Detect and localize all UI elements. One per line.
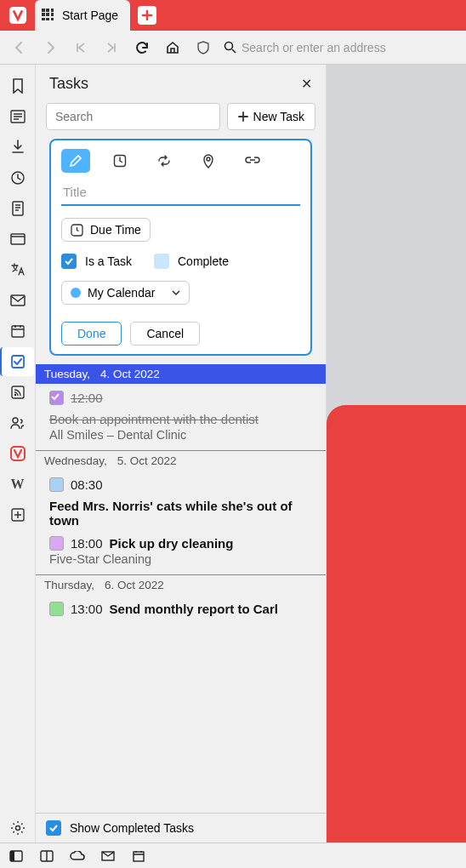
show-completed-checkbox[interactable]	[46, 820, 61, 836]
add-panel-icon[interactable]	[1, 500, 35, 529]
task-time: 12:00	[71, 391, 103, 405]
is-task-label: Is a Task	[85, 254, 132, 268]
location-tab[interactable]	[194, 149, 223, 173]
close-panel-button[interactable]: ✕	[301, 76, 312, 92]
task-checkbox[interactable]	[49, 391, 64, 405]
home-button[interactable]	[158, 33, 187, 62]
vivaldi-web-icon[interactable]	[1, 439, 35, 468]
due-time-label: Due Time	[90, 223, 141, 237]
date-header: Tuesday,4. Oct 2022	[36, 364, 326, 384]
forward-button[interactable]	[36, 33, 65, 62]
task-item[interactable]: 13:00Send monthly report to Carl	[36, 595, 326, 618]
svg-rect-9	[12, 386, 24, 398]
task-subtitle: Five-Star Cleaning	[49, 552, 315, 566]
calendar-status-icon[interactable]	[131, 848, 146, 864]
bookmarks-icon[interactable]	[1, 71, 35, 100]
tab-title: Start Page	[62, 9, 118, 22]
vivaldi-menu-button[interactable]	[0, 0, 35, 31]
task-time: 13:00	[71, 602, 103, 616]
toolbar	[0, 31, 466, 65]
svg-rect-6	[11, 295, 25, 306]
tab-bar: Start Page	[0, 0, 466, 31]
browser-tab[interactable]: Start Page	[35, 0, 130, 31]
task-item[interactable]: 12:00Book an appointment with the dentis…	[36, 384, 326, 443]
new-tab-button[interactable]	[138, 6, 156, 25]
svg-point-14	[15, 826, 20, 831]
translate-icon[interactable]	[1, 255, 35, 284]
address-bar[interactable]	[242, 41, 461, 54]
task-subtitle: All Smiles – Dental Clinic	[49, 428, 315, 442]
tasks-icon[interactable]	[0, 347, 34, 376]
is-task-checkbox[interactable]	[61, 254, 77, 269]
reading-list-icon[interactable]	[1, 102, 35, 131]
rewind-button[interactable]	[66, 33, 95, 62]
task-checkbox[interactable]	[49, 477, 64, 492]
settings-icon[interactable]	[1, 814, 35, 842]
link-tab[interactable]	[238, 149, 267, 173]
contacts-icon[interactable]	[1, 408, 35, 437]
back-button[interactable]	[5, 33, 34, 62]
task-item[interactable]: 08:30Feed Mrs. Norris' cats while she's …	[36, 471, 326, 529]
address-input[interactable]	[242, 41, 461, 54]
reload-button[interactable]	[128, 33, 156, 62]
panel-footer: Show Completed Tasks	[36, 813, 326, 842]
panel-toggle-icon[interactable]	[9, 848, 24, 864]
time-tab[interactable]	[105, 149, 134, 173]
complete-label: Complete	[178, 254, 229, 268]
calendar-name: My Calendar	[88, 286, 155, 300]
task-title-input[interactable]	[61, 181, 300, 206]
task-list: Tuesday,4. Oct 202212:00Book an appointm…	[36, 364, 326, 623]
task-editor: Due Time Is a Task Complete My Calendar …	[49, 139, 312, 356]
window-panel-icon[interactable]	[1, 225, 35, 254]
date-header: Thursday,6. Oct 2022	[36, 574, 326, 595]
calendar-icon[interactable]	[1, 317, 35, 345]
show-completed-label: Show Completed Tasks	[70, 821, 194, 835]
task-checkbox[interactable]	[49, 536, 64, 551]
new-task-label: New Task	[253, 110, 304, 123]
done-button[interactable]: Done	[61, 322, 122, 345]
svg-rect-4	[13, 202, 23, 215]
date-header: Wednesday,5. Oct 2022	[36, 450, 326, 471]
task-item[interactable]: 18:00Pick up dry cleaningFive-Star Clean…	[36, 529, 326, 568]
content-graphic	[327, 405, 466, 842]
task-checkbox[interactable]	[49, 602, 64, 616]
search-input[interactable]	[46, 103, 220, 130]
calendar-select[interactable]: My Calendar	[61, 281, 190, 305]
new-task-button[interactable]: New Task	[227, 103, 315, 130]
edit-tab[interactable]	[61, 149, 90, 173]
panel-title: Tasks	[49, 75, 88, 93]
shield-icon[interactable]	[189, 33, 218, 62]
svg-rect-5	[11, 234, 25, 244]
tiling-icon[interactable]	[39, 848, 54, 864]
history-icon[interactable]	[1, 163, 35, 192]
feeds-icon[interactable]	[1, 378, 35, 407]
wikipedia-icon[interactable]: W	[1, 470, 35, 499]
task-title: Pick up dry cleaning	[110, 536, 234, 551]
page-content	[327, 65, 466, 842]
svg-point-10	[14, 394, 16, 397]
svg-rect-22	[134, 852, 144, 861]
status-bar	[0, 842, 466, 868]
task-title: Book an appointment with the dentist	[49, 412, 259, 426]
downloads-icon[interactable]	[1, 133, 35, 162]
search-icon[interactable]	[219, 33, 240, 62]
recurrence-tab[interactable]	[150, 149, 179, 173]
complete-checkbox[interactable]	[154, 254, 169, 269]
sync-icon[interactable]	[70, 848, 85, 864]
svg-rect-19	[10, 851, 14, 861]
svg-point-16	[207, 157, 210, 161]
notes-icon[interactable]	[1, 194, 35, 223]
svg-point-11	[13, 418, 18, 423]
due-time-button[interactable]: Due Time	[61, 218, 151, 242]
fast-forward-button[interactable]	[97, 33, 126, 62]
mail-icon[interactable]	[1, 286, 35, 315]
svg-rect-7	[12, 326, 24, 337]
task-time: 18:00	[71, 536, 103, 551]
cancel-button[interactable]: Cancel	[130, 322, 200, 345]
speed-dial-icon	[42, 9, 55, 22]
task-title: Feed Mrs. Norris' cats while she's out o…	[49, 499, 315, 528]
calendar-color-dot	[71, 288, 81, 298]
tasks-panel: Tasks ✕ New Task Due Time	[36, 65, 327, 842]
task-title: Send monthly report to Carl	[110, 602, 278, 616]
mail-status-icon[interactable]	[100, 848, 116, 864]
